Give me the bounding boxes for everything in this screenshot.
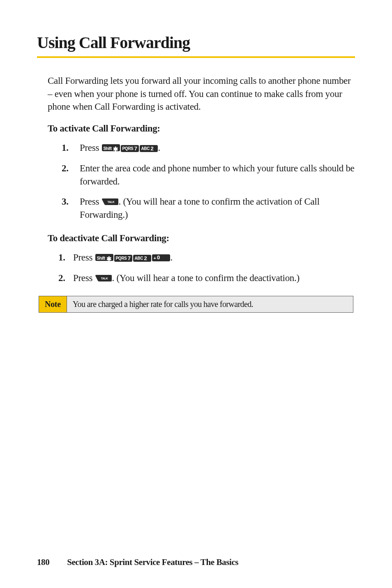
- key-sequence: Shift ✱PQRS 7ABC 2: [101, 143, 158, 153]
- step-text: Enter the area code and phone number to …: [80, 163, 355, 187]
- deactivate-steps-list: 1. Press Shift ✱PQRS 7ABC 2+ 0. 2. Press…: [58, 251, 355, 284]
- note-text: You are charged a higher rate for calls …: [67, 296, 353, 312]
- pqrs-7-key-icon: PQRS 7: [121, 145, 139, 152]
- step-text-post: .: [171, 252, 173, 263]
- shift-star-key-icon: Shift ✱: [95, 254, 113, 261]
- pqrs-7-key-icon: PQRS 7: [114, 255, 132, 262]
- svg-text:TALK: TALK: [107, 201, 114, 203]
- deactivate-step-2: 2. Press TALK. (You will hear a tone to …: [58, 272, 355, 285]
- activate-step-3: 3. Press TALK. (You will hear a tone to …: [62, 195, 355, 221]
- step-number: 2.: [62, 162, 69, 175]
- page-footer: 180 Section 3A: Sprint Service Features …: [37, 557, 355, 567]
- step-text-post: . (You will hear a tone to confirm the d…: [112, 273, 300, 283]
- step-text-pre: Press: [80, 196, 101, 207]
- talk-key-icon: TALK: [95, 274, 112, 282]
- abc-2-key-icon: ABC 2: [140, 145, 158, 152]
- key-sequence: TALK: [101, 196, 119, 207]
- talk-key-icon: TALK: [102, 198, 118, 206]
- step-text-pre: Press: [80, 143, 101, 153]
- key-sequence: Shift ✱PQRS 7ABC 2+ 0: [95, 252, 171, 263]
- activate-step-2: 2. Enter the area code and phone number …: [62, 162, 355, 188]
- svg-text:TALK: TALK: [101, 277, 108, 280]
- shift-star-key-icon: Shift ✱: [102, 144, 120, 151]
- note-box: Note You are charged a higher rate for c…: [39, 296, 353, 313]
- step-text-pre: Press: [73, 252, 95, 263]
- step-text-post: .: [158, 143, 160, 153]
- activate-heading: To activate Call Forwarding:: [48, 123, 355, 134]
- page-number: 180: [37, 557, 49, 567]
- abc-2-key-icon: ABC 2: [133, 255, 151, 262]
- step-number: 2.: [58, 272, 65, 285]
- step-text-pre: Press: [73, 273, 95, 283]
- activate-step-1: 1. Press Shift ✱PQRS 7ABC 2.: [62, 141, 355, 154]
- page-title: Using Call Forwarding: [37, 33, 355, 58]
- intro-paragraph: Call Forwarding lets you forward all you…: [48, 74, 355, 113]
- page-container: Using Call Forwarding Call Forwarding le…: [0, 0, 392, 588]
- step-number: 3.: [62, 195, 69, 208]
- step-number: 1.: [58, 251, 65, 264]
- section-title: Section 3A: Sprint Service Features – Th…: [67, 557, 238, 567]
- deactivate-step-1: 1. Press Shift ✱PQRS 7ABC 2+ 0.: [58, 251, 355, 264]
- plus-0-key-icon: + 0: [152, 254, 170, 261]
- activate-steps-list: 1. Press Shift ✱PQRS 7ABC 2. 2. Enter th…: [62, 141, 355, 221]
- deactivate-heading: To deactivate Call Forwarding:: [48, 233, 355, 244]
- key-sequence: TALK: [95, 273, 112, 283]
- note-label: Note: [39, 296, 67, 312]
- step-number: 1.: [62, 141, 69, 154]
